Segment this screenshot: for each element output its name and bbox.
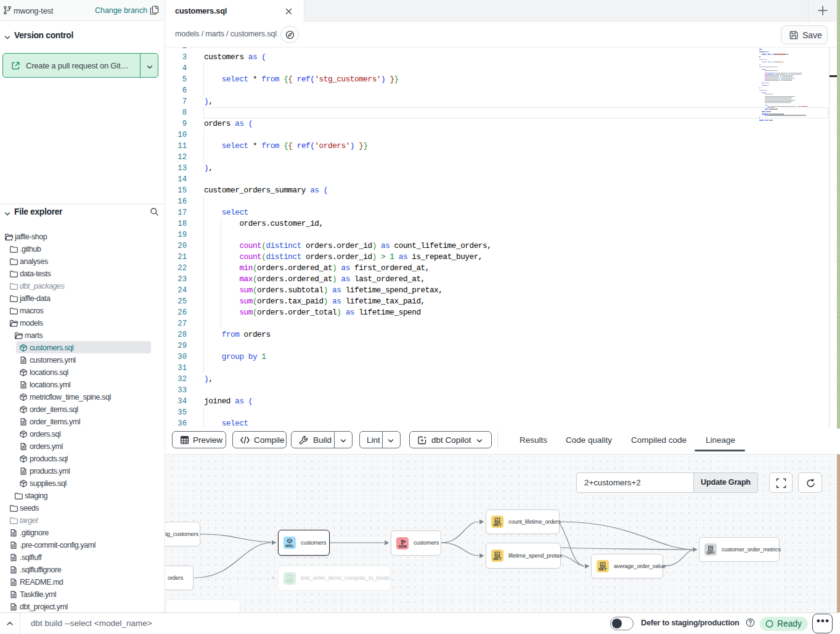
svg-text:MET: MET [493, 556, 501, 561]
svg-text:MET: MET [493, 522, 501, 527]
svg-text:SEM: SEM [398, 543, 406, 548]
svg-text:MDL: MDL [285, 543, 294, 548]
svg-text:MET: MET [598, 567, 606, 571]
svg-text:QRY: QRY [706, 550, 715, 554]
svg-text:TST: TST [286, 578, 293, 583]
